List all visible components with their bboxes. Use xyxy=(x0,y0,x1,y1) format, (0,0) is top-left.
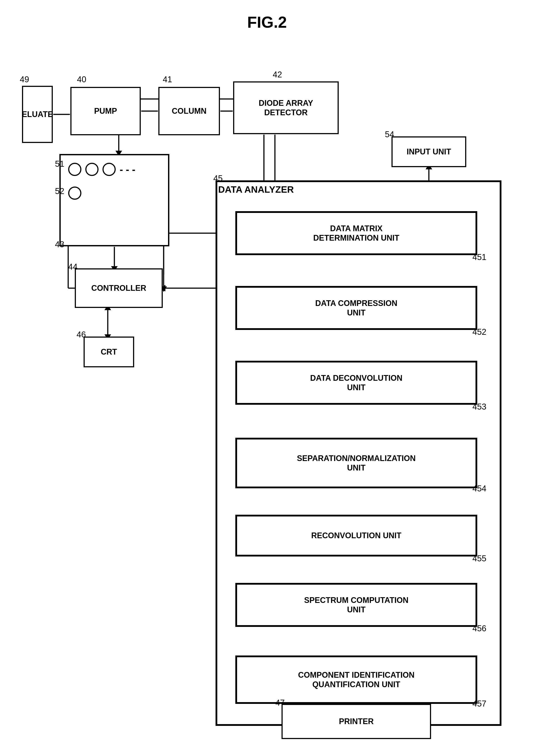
data-deconvolution-box: DATA DECONVOLUTION UNIT xyxy=(235,361,477,405)
data-matrix-box: DATA MATRIX DETERMINATION UNIT xyxy=(235,211,477,255)
circle-2 xyxy=(85,163,98,176)
dots-indicator: - - - xyxy=(120,163,136,176)
ref-456: 456 xyxy=(472,624,486,633)
circle-1 xyxy=(68,163,81,176)
ref-40: 40 xyxy=(77,75,86,84)
ref-47: 47 xyxy=(275,698,284,708)
data-compression-box: DATA COMPRESSION UNIT xyxy=(235,286,477,330)
controller-box: CONTROLLER xyxy=(75,268,163,308)
ref-451: 451 xyxy=(472,253,486,262)
ref-457: 457 xyxy=(472,699,486,709)
spectrum-box: SPECTRUM COMPUTATION UNIT xyxy=(235,583,477,627)
input-unit-box: INPUT UNIT xyxy=(391,136,466,167)
figure-title: FIG.2 xyxy=(247,13,287,31)
ref-43: 43 xyxy=(55,240,64,249)
circle-3 xyxy=(102,163,116,176)
panel-circles-row: - - - xyxy=(68,163,136,176)
crt-box: CRT xyxy=(84,337,134,367)
component-box: COMPONENT IDENTIFICATION QUANTIFICATION … xyxy=(235,656,477,704)
ref-42: 42 xyxy=(273,70,282,79)
ref-54: 54 xyxy=(385,130,394,139)
pump-box: PUMP xyxy=(70,87,141,135)
ref-455: 455 xyxy=(472,554,486,563)
eluate-box: ELUATE xyxy=(22,86,53,143)
separation-box: SEPARATION/NORMALIZATION UNIT xyxy=(235,438,477,488)
ref-52: 52 xyxy=(55,186,64,196)
panel-circle-single xyxy=(68,186,81,200)
printer-box: PRINTER xyxy=(281,704,431,739)
data-analyzer-label: DATA ANALYZER xyxy=(218,184,294,195)
ref-49: 49 xyxy=(20,75,29,84)
ref-453: 453 xyxy=(472,402,486,412)
ref-41: 41 xyxy=(163,75,172,84)
ref-44: 44 xyxy=(68,262,77,272)
ref-452: 452 xyxy=(472,327,486,337)
circle-single xyxy=(68,186,81,200)
ref-46: 46 xyxy=(76,330,86,339)
ref-51: 51 xyxy=(55,159,64,169)
ref-45: 45 xyxy=(213,174,223,183)
reconvolution-box: RECONVOLUTION UNIT xyxy=(235,515,477,556)
diode-array-box: DIODE ARRAY DETECTOR xyxy=(233,81,339,134)
column-box: COLUMN xyxy=(158,87,220,135)
ref-454: 454 xyxy=(472,484,486,493)
